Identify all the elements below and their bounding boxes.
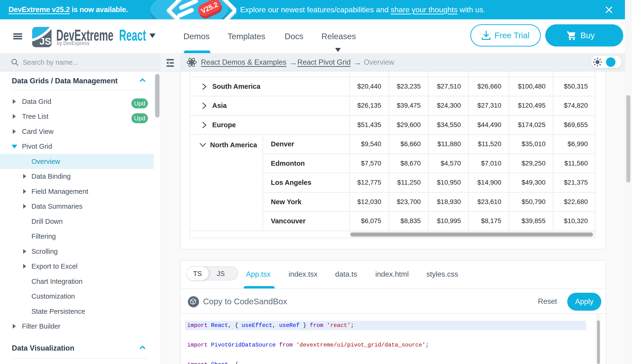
svg-text:JS: JS (40, 36, 51, 46)
